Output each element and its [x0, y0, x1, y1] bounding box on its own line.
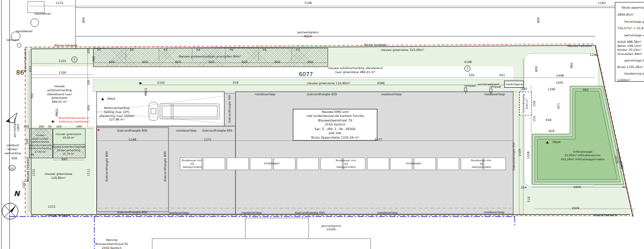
- parcel-boundary-9624: perceelsgrens -9624-: [297, 30, 318, 38]
- green-zone-114-label: nieuwe groenzone 114,90m²: [307, 81, 350, 85]
- compass-rose-icon: [2, 203, 18, 219]
- table-row-asfalt: Asfalt 488,38m²: [617, 40, 641, 43]
- dim-433: 433: [28, 66, 32, 72]
- roof-label-mid-1: Dakrandhoogte 800: [117, 129, 147, 133]
- neighbour-building: [152, 238, 371, 249]
- roof-label-mid-3: Dakrandhoogte 655: [202, 129, 232, 133]
- dim-690: 690: [61, 157, 67, 161]
- roof-label-top-3: noodoverloop: [381, 92, 401, 96]
- dim-600-3: 600: [175, 60, 181, 64]
- parcel-boundary-10306: perceelsgrens -10306-: [321, 224, 341, 232]
- roof-label-bottom-5: noodoverloop: [377, 211, 397, 215]
- dim-1248: 1248: [128, 138, 136, 142]
- dim-1183: 1183: [598, 1, 605, 5]
- site-plan: Nieuwe KMO unit met ondersteunende kanto…: [0, 0, 644, 249]
- dim-350: 350: [39, 125, 44, 129]
- parking-area-label: Nieuwe parkeerplaatsen grasdallen 84m²: [179, 54, 241, 58]
- dim-1521: 1521: [32, 168, 36, 176]
- dim-501: 501: [499, 73, 505, 77]
- dim-43: 43: [622, 185, 625, 189]
- dim-1021: 1021: [22, 180, 26, 188]
- dim-100: 100: [24, 125, 29, 129]
- dim-1038: 1038: [526, 151, 530, 159]
- dim-2105: 2105: [518, 148, 522, 156]
- parking-spot-p1: P1: [97, 48, 101, 52]
- neighbour-house-label: Woning Blauwesteenstraat 81 2550 Kontich: [95, 238, 128, 249]
- dim-600-7: 600: [307, 60, 313, 64]
- bike-storage-box: Fietsenberging 6,80 m²: [519, 92, 532, 115]
- dim-500: 500: [25, 139, 29, 144]
- dim-190-gate: 190: [521, 87, 527, 91]
- roof-label-bottom-4: Dakrandhoogte 655: [295, 211, 325, 215]
- table-row-header-green: Percentage groe: [624, 20, 644, 23]
- dim-604: 604: [87, 105, 91, 110]
- skylight-label-2: lichtkoepel: [264, 162, 279, 165]
- asphalt-note-left: nieuwe asfaltverharding afwaterend naar …: [47, 84, 71, 104]
- dim-600-4: 600: [208, 60, 214, 64]
- table-row-klinker: Klinker 33,25m²: [617, 48, 641, 51]
- dim-701: 701: [30, 93, 34, 98]
- bollard-label-1: rampaal: [464, 84, 475, 88]
- riooldeksel-label-1: riooldeksel: [34, 12, 51, 16]
- riooldeksel-label-2: riooldeksel: [16, 29, 33, 33]
- parking-spot-p2: P2: [130, 48, 133, 52]
- prd4-marker-icon: ▲: [546, 140, 548, 144]
- dim-558: 558: [545, 118, 551, 122]
- parking-spot-p6: P6: [263, 48, 266, 52]
- footpath-label: voetpad klinker verharding: [5, 143, 21, 155]
- dim-1101: 1101: [58, 59, 66, 63]
- parking-spot-p7: P7: [296, 48, 299, 52]
- dim-530: 530: [468, 73, 474, 77]
- dim-190-left: 190: [87, 80, 91, 85]
- dim-4577: 4577: [374, 138, 382, 142]
- fence-label-top-mid: Nieuw hekwerk: [364, 43, 387, 47]
- north-label: N: [14, 189, 20, 198]
- skylight-label-1: Rookkoepel min. 3% dakoppervlakte: [182, 159, 202, 169]
- roof-label-bottom-3: noodoverloop: [241, 211, 262, 215]
- dakrand-800-v1: Dakrandhoogte 800: [105, 151, 109, 181]
- dim-600-2: 600: [142, 60, 147, 64]
- roof-label-top-4: noodoverloop: [484, 92, 505, 96]
- fence-label-top-right: Nieuwe hekwerk: [567, 44, 592, 48]
- dim-4198: 4198: [464, 60, 471, 64]
- dim-540: 540: [76, 125, 82, 129]
- table-row-green-value: 750,57m² = 25,93%: [617, 26, 644, 30]
- dim-1100: 1100: [58, 71, 66, 75]
- dim-1211: 1211: [48, 205, 55, 209]
- prd1-label: PRD1: [144, 88, 148, 96]
- ref-5-label: 5: [73, 58, 75, 61]
- dim-1448: 1448: [556, 74, 564, 78]
- dim-871: 871: [556, 103, 560, 108]
- dim-150-right: 150: [532, 116, 536, 121]
- ref-5-label: 5: [466, 67, 468, 70]
- skylight-label-4: lichtkoepel: [406, 162, 421, 165]
- dim-592: 592: [583, 88, 588, 92]
- green-zone-18-label: nieuwe groenzone 18,91m²: [55, 133, 81, 140]
- roof-drain-dot: [98, 129, 100, 131]
- dim-308: 308: [11, 156, 17, 160]
- roof-label-bottom-2: noodoverloop: [168, 211, 189, 215]
- dim-986: 986: [570, 63, 574, 68]
- fence-label-bottom-left: Nieuw hekwerk: [47, 213, 70, 217]
- lantaarn-label: lantaarn: [6, 38, 19, 42]
- fire-panel-note: Brandmeldcentrale & bediening rookkoepel: [59, 116, 89, 124]
- roof-label-top-1: noodoverloop: [255, 92, 275, 96]
- neighbour-structure: [245, 218, 309, 239]
- dim-318: 318: [232, 81, 238, 85]
- dim-1175: 1175: [55, 1, 63, 5]
- dakrand-500-label: Dakrandhoogte 500: [228, 95, 231, 123]
- dim-1296: 1296: [547, 87, 555, 91]
- dim-1271: 1271: [204, 138, 211, 142]
- table-row-beton: Beton 148,12m²: [617, 44, 642, 47]
- prd2-flag-icon: ▶: [52, 119, 54, 123]
- skylight-label-3: Rookkoepel min. 3% dakoppervlakte: [336, 159, 356, 169]
- parking-spot-p4: P4: [196, 48, 200, 52]
- kmo-info-text: Nieuwe KMO unit met ondersteunende kanto…: [306, 110, 364, 140]
- table-row-title: Totale oppervlakte: [621, 6, 644, 9]
- table-row-ratio: 1/200m²: [617, 78, 630, 82]
- dakrand-655-right-v: Dakrandhoogte 655: [512, 142, 516, 170]
- dim-2192: 2192: [157, 81, 165, 85]
- bike-storage-label: Fietsenberging 6,80 m²: [522, 94, 529, 113]
- table-row-bruto: Bruto 1335,28m²: [617, 65, 643, 69]
- dim-50: 50: [48, 125, 51, 129]
